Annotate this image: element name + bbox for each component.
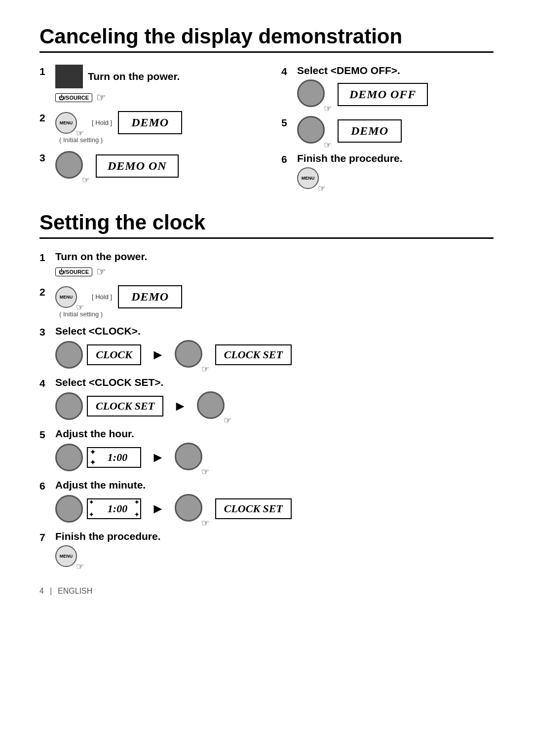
s2-hand5b-icon: ☞ [201, 466, 209, 477]
knob4-icon[interactable] [297, 79, 325, 107]
step2-num: 2 [39, 111, 55, 124]
s2-minute-display: ✦ 1:00 ✦ ✦ ✦ [87, 498, 141, 519]
section1-divider [39, 51, 494, 53]
section2-step4: 4 Select <CLOCK SET>. CLOCK SET ► ☞ [39, 377, 494, 421]
step4-title-row: Select <DEMO OFF>. [297, 65, 494, 76]
section1-step3: 3 ☞ DEMO ON [39, 151, 252, 181]
s2-step1-body: Turn on the power. ⏻/SOURCE ☞ [55, 251, 494, 278]
step1-title-row: Turn on the power. [55, 65, 252, 88]
step4-label: Select <DEMO OFF>. [297, 65, 400, 76]
section1-step5: 5 ☞ DEMO [281, 116, 494, 146]
s2-step5-num: 5 [39, 428, 55, 441]
s2-hour-display: ✦ 1:00 ✦ [87, 447, 141, 468]
section2-step7: 7 Finish the procedure. MENU ☞ [39, 530, 494, 567]
knob5-icon[interactable] [297, 116, 325, 144]
s2-hour-value: 1:00 [108, 451, 127, 463]
s2-step1-icons: ⏻/SOURCE ☞ [55, 265, 494, 278]
s2-step5-label: Adjust the hour. [55, 428, 134, 440]
step4-icon-row: ☞ DEMO OFF [297, 79, 494, 109]
step6-icon-row: MENU ☞ [297, 167, 494, 189]
s2-knob5b-icon[interactable] [175, 443, 202, 470]
section1-step4: 4 Select <DEMO OFF>. ☞ DEMO OFF [281, 65, 494, 109]
s2-knob5-icon[interactable] [55, 444, 83, 471]
s2-hand4b-icon: ☞ [224, 415, 231, 426]
step6-body: Finish the procedure. MENU ☞ [297, 152, 494, 189]
s2-knob4b-container: ☞ [197, 391, 225, 421]
step5-num: 5 [281, 116, 297, 129]
step2-body: MENU ☞ [ Hold ] DEMO ( Initial setting ) [55, 111, 252, 144]
s2-menu7-container: MENU ☞ [55, 545, 77, 567]
s2-step6-num: 6 [39, 479, 55, 492]
hand-cursor-icon: ☞ [76, 128, 84, 139]
s2-knob6-icon[interactable] [55, 495, 83, 523]
s2-clockset-display: CLOCK SET [215, 344, 292, 365]
s2-step6-title: Adjust the minute. [55, 479, 494, 491]
s2-step7-num: 7 [39, 530, 55, 543]
s2-step1-label: Turn on the power. [55, 251, 147, 263]
menu6-button-icon[interactable]: MENU [297, 167, 319, 189]
s2-step7-icons: MENU ☞ [55, 545, 494, 567]
section2-step6: 6 Adjust the minute. ✦ 1:00 ✦ ✦ ✦ ► ☞ [39, 479, 494, 524]
s2-knob3b-container: ☞ [175, 340, 202, 370]
footer-lang: ENGLISH [58, 587, 92, 596]
section1-step1: 1 Turn on the power. ⏻/SOURCE ☞ [39, 65, 252, 104]
s2-menu2-container: MENU ☞ [55, 286, 77, 308]
s2-step2-icons: MENU ☞ [ Hold ] DEMO [55, 285, 494, 308]
s2-minute-value: 1:00 [108, 502, 127, 515]
s2-step1-title: Turn on the power. [55, 251, 494, 263]
section2-step2: 2 MENU ☞ [ Hold ] DEMO ( Initial setting… [39, 285, 494, 318]
knob5-container: ☞ [297, 116, 325, 146]
step4-num: 4 [281, 65, 297, 77]
step3-num: 3 [39, 151, 55, 164]
section2-step5: 5 Adjust the hour. ✦ 1:00 ✦ ► ☞ [39, 428, 494, 472]
s2-knob4-icon[interactable] [55, 392, 83, 420]
s2-clock-display: CLOCK [87, 344, 141, 365]
source-button-icon[interactable]: ⏻/SOURCE [55, 93, 92, 102]
s2-hold2-label: [ Hold ] [92, 293, 112, 301]
s2-menu2-button[interactable]: MENU [55, 286, 77, 308]
step1-label: Turn on the power. [88, 71, 180, 82]
section1-left-col: 1 Turn on the power. ⏻/SOURCE ☞ 2 MENU [39, 65, 252, 196]
section1-right-col: 4 Select <DEMO OFF>. ☞ DEMO OFF 5 [281, 65, 494, 196]
s2-arrow4-icon: ► [173, 398, 187, 414]
s2-step4-icons: CLOCK SET ► ☞ [55, 391, 494, 421]
s2-step4-label: Select <CLOCK SET>. [55, 377, 163, 388]
s2-knob6b-icon[interactable] [175, 494, 202, 522]
step3-body: ☞ DEMO ON [55, 151, 252, 181]
s2-step7-label: Finish the procedure. [55, 530, 161, 542]
s2-step7-body: Finish the procedure. MENU ☞ [55, 530, 494, 567]
s2-knob6b-container: ☞ [175, 494, 202, 524]
step1-num: 1 [39, 65, 55, 77]
knob3-icon[interactable] [55, 151, 83, 179]
footer-pipe: | [50, 587, 52, 596]
demo-off-display: DEMO OFF [338, 83, 428, 106]
step5-body: ☞ DEMO [297, 116, 494, 146]
demo5-display: DEMO [338, 119, 402, 143]
s2-clockset6-display: CLOCK SET [215, 498, 292, 519]
s2-knob3b-icon[interactable] [175, 340, 202, 368]
hand5-cursor-icon: ☞ [324, 140, 332, 151]
black-square-icon [55, 65, 83, 88]
step2-icon-row: MENU ☞ [ Hold ] DEMO [55, 111, 252, 134]
hand-cursor-icon: ☞ [96, 91, 106, 104]
menu-button-icon[interactable]: MENU [55, 112, 77, 134]
s2-menu7-button[interactable]: MENU [55, 545, 77, 567]
s2-knob3-icon[interactable] [55, 341, 83, 369]
demo-on-display: DEMO ON [96, 154, 179, 178]
s2-hand2-icon: ☞ [76, 302, 84, 313]
step3-icon-row: ☞ DEMO ON [55, 151, 252, 181]
step4-body: Select <DEMO OFF>. ☞ DEMO OFF [297, 65, 494, 109]
s2-source-button-icon[interactable]: ⏻/SOURCE [55, 267, 92, 276]
s2-step3-icons: CLOCK ► ☞ CLOCK SET [55, 340, 494, 370]
s2-demo2-display: DEMO [118, 285, 182, 308]
s2-step4-num: 4 [39, 377, 55, 389]
s2-step7-title: Finish the procedure. [55, 530, 494, 542]
step1-icon-row: ⏻/SOURCE ☞ [55, 91, 252, 104]
s2-step3-label: Select <CLOCK>. [55, 325, 141, 337]
knob4-container: ☞ [297, 79, 325, 109]
s2-step3-num: 3 [39, 325, 55, 338]
step5-icon-row: ☞ DEMO [297, 116, 494, 146]
s2-step2-body: MENU ☞ [ Hold ] DEMO ( Initial setting ) [55, 285, 494, 318]
s2-knob4b-icon[interactable] [197, 391, 225, 419]
knob3-container: ☞ [55, 151, 83, 181]
